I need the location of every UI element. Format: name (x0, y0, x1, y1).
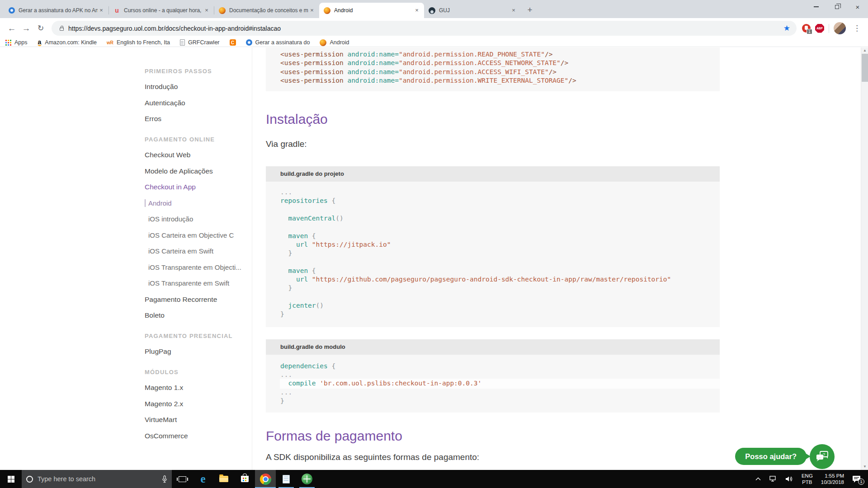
code-line: repositories { (280, 197, 720, 205)
start-button[interactable] (0, 470, 22, 488)
tray-network-button[interactable] (767, 470, 779, 488)
taskbar-search-box[interactable]: Type here to search (22, 470, 172, 488)
profile-avatar[interactable] (834, 22, 846, 34)
sidebar-item-ios-carteira-em-objective-c[interactable]: iOS Carteira em Objective C (148, 231, 251, 239)
address-bar[interactable]: https://devs.pagseguro.uol.com.br/docs/c… (52, 21, 797, 36)
bookmark-item-1[interactable]: Apps (5, 39, 28, 46)
adblock-extension-icon[interactable]: 1 (802, 24, 811, 33)
browser-tab-5[interactable]: GUJ× (424, 3, 521, 18)
tab-close-button[interactable]: × (413, 7, 420, 14)
browser-tab-1[interactable]: Gerar a assinatura do APK no An× (4, 3, 108, 18)
sidebar-item-introdu-o[interactable]: Introdução (145, 83, 251, 91)
bookmark-item-3[interactable]: wREnglish to French, Ita (107, 39, 170, 46)
chat-launcher-button[interactable]: ? ... (810, 444, 835, 469)
code-line: <uses-permission android:name="android.p… (280, 59, 720, 67)
clock-date: 10/3/2018 (821, 479, 844, 485)
sidebar-section-header: PAGAMENTO ONLINE (145, 136, 251, 143)
sidebar-divider (252, 47, 252, 470)
taskbar-edge-button[interactable]: e (193, 470, 213, 488)
minimize-icon (814, 6, 819, 7)
bookmark-item-4[interactable]: GRFCrawler (180, 39, 219, 46)
code-line: ... (280, 371, 720, 379)
code-line: } (280, 284, 720, 292)
sidebar-item-checkout-in-app[interactable]: Checkout in App (145, 183, 251, 191)
maximize-button[interactable] (826, 0, 847, 14)
action-center-button[interactable]: 1 (850, 470, 863, 488)
chrome-menu-button[interactable]: ⋮ (850, 23, 863, 33)
instalacao-heading: Instalação (266, 111, 720, 127)
browser-tab-2[interactable]: uCursos online - a qualquer hora,× (109, 3, 214, 18)
favicon-wrap (429, 7, 435, 14)
bookmark-item-2[interactable]: aAmazon.com: Kindle (38, 39, 97, 46)
bookmark-star-button[interactable]: ★ (783, 23, 791, 33)
tray-language-switcher[interactable]: ENG PTB (799, 470, 815, 488)
sdk-text: A SDK disponibiliza as seguintes formas … (266, 452, 720, 462)
gradle-project-code-block: build.gradle do projeto ...repositories … (266, 166, 720, 327)
scroll-down-arrow[interactable]: ▼ (861, 464, 868, 470)
sidebar-item-ios-transparente-em-swift[interactable]: iOS Transparente em Swift (148, 279, 251, 287)
sidebar-item-pagamento-recorrente[interactable]: Pagamento Recorrente (145, 296, 251, 304)
code-line (280, 258, 720, 267)
sidebar-item-plugpag[interactable]: PlugPag (145, 347, 251, 356)
minimize-button[interactable] (806, 0, 826, 14)
sidebar-item-android[interactable]: Android (148, 199, 251, 207)
chat-help-bubble[interactable]: Posso ajudar? (735, 448, 807, 465)
tab-title: Gerar a assinatura do APK no An (19, 7, 98, 14)
bookmark-item-5[interactable]: C (230, 39, 236, 46)
sidebar-item-ios-carteira-em-swift[interactable]: iOS Carteira em Swift (148, 247, 251, 255)
browser-tab-3[interactable]: Documentação de conceitos e m× (214, 3, 319, 18)
sidebar-item-ios-introdu-o[interactable]: iOS introdução (148, 215, 251, 223)
notepad-icon (283, 475, 290, 483)
code-line (280, 293, 720, 301)
tray-volume-button[interactable] (783, 470, 796, 488)
tab-title: Android (334, 7, 413, 14)
task-view-button[interactable] (172, 470, 193, 488)
edge-icon: e (200, 474, 205, 484)
tab-close-button[interactable]: × (308, 7, 316, 14)
scroll-up-arrow[interactable]: ▲ (861, 47, 868, 54)
sidebar-item-erros[interactable]: Erros (145, 115, 251, 123)
forward-button[interactable]: → (19, 21, 33, 36)
sidebar-item-modelo-de-aplica-es[interactable]: Modelo de Aplicações (145, 167, 251, 175)
taskbar-notepad-button[interactable] (276, 470, 297, 488)
bookmark-label: Amazon.com: Kindle (45, 39, 97, 46)
abp-extension-icon[interactable]: ABP (815, 24, 824, 33)
code-line: } (280, 249, 720, 258)
code-block-title: build.gradle do projeto (266, 166, 720, 182)
sidebar-item-ios-transparente-em-objecti-[interactable]: iOS Transparente em Objecti... (148, 263, 251, 272)
tray-chevron-button[interactable] (753, 470, 763, 488)
sidebar-item-magento-1-x[interactable]: Magento 1.x (145, 384, 251, 392)
sidebar-item-magento-2-x[interactable]: Magento 2.x (145, 400, 251, 408)
tab-close-button[interactable]: × (98, 7, 105, 14)
new-tab-button[interactable]: + (524, 4, 536, 16)
sidebar-item-boleto[interactable]: Boleto (145, 311, 251, 319)
reload-button[interactable]: ↻ (33, 21, 48, 36)
taskbar-file-explorer-button[interactable] (213, 470, 234, 488)
scrollbar-thumb[interactable] (862, 54, 868, 82)
bookmark-label: English to French, Ita (117, 39, 170, 46)
sidebar-item-virtuemart[interactable]: VirtueMart (145, 416, 251, 424)
code-line: } (280, 310, 720, 319)
tab-close-button[interactable]: × (510, 7, 517, 14)
tray-clock[interactable]: 1:55 PM 10/3/2018 (819, 470, 846, 488)
taskbar-store-button[interactable] (234, 470, 255, 488)
sidebar-item-checkout-web[interactable]: Checkout Web (145, 151, 251, 159)
sidebar-item-autentica-o[interactable]: Autenticação (145, 99, 251, 107)
sidebar-item-oscommerce[interactable]: OsCommerce (145, 432, 251, 440)
bookmark-label: Gerar a assinatura do (255, 39, 310, 46)
taskbar-chrome-button[interactable] (255, 470, 276, 488)
close-button[interactable]: × (847, 0, 868, 14)
bookmark-item-6[interactable]: Gerar a assinatura do (246, 39, 310, 46)
gradle-module-code-block: build.gradle do modulo dependencies {...… (266, 339, 720, 413)
tab-close-button[interactable]: × (203, 7, 210, 14)
code-line: maven { (280, 232, 720, 240)
browser-tab-4[interactable]: Android× (319, 3, 424, 18)
taskbar-android-studio-button[interactable] (297, 470, 317, 488)
permissions-code-block: <uses-permission android:name="android.p… (266, 47, 720, 91)
page-scrollbar[interactable]: ▲ ▼ (861, 47, 868, 470)
code-line: <uses-permission android:name="android.p… (280, 76, 720, 85)
wordreference-icon: wR (107, 40, 113, 45)
sidebar-section-header: PRIMEIROS PASSOS (145, 68, 251, 75)
back-button[interactable]: ← (5, 21, 19, 36)
bookmark-item-7[interactable]: Android (320, 39, 349, 46)
